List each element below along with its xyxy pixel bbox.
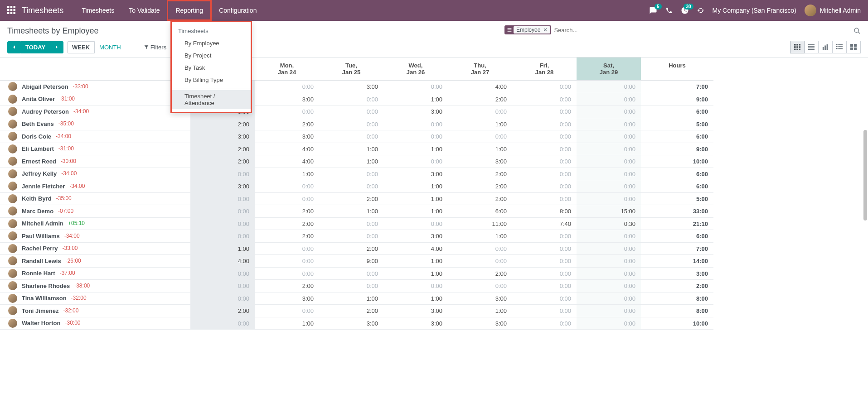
prev-button[interactable] [7,41,21,53]
hours-cell[interactable]: 1:00 [383,93,448,106]
hours-cell[interactable]: 0:00 [383,118,448,131]
view-list-button[interactable] [805,41,819,53]
dropdown-by-employee[interactable]: By Employee [172,37,251,49]
employee-cell[interactable]: Paul Williams-34:00 [0,230,190,243]
hours-cell[interactable]: 0:00 [577,118,641,131]
hours-cell[interactable]: 0:00 [190,317,255,330]
hours-cell[interactable]: 2:00 [255,280,319,292]
hours-cell[interactable]: 0:00 [512,105,577,118]
employee-cell[interactable]: Eli Lambert-31:00 [0,143,190,156]
filters-button[interactable]: Filters [144,44,166,51]
hours-cell[interactable]: 0:00 [577,268,641,280]
company-selector[interactable]: My Company (San Francisco) [713,7,796,14]
hours-cell[interactable]: 0:00 [448,130,512,143]
hours-cell[interactable]: 0:00 [255,193,319,206]
employee-cell[interactable]: Tina Williamson-32:00 [0,292,190,305]
employee-cell[interactable]: Ronnie Hart-37:00 [0,268,190,280]
hours-cell[interactable]: 0:00 [448,280,512,292]
hours-cell[interactable]: 0:00 [512,230,577,243]
today-button[interactable]: TODAY [21,41,50,53]
hours-cell[interactable]: 1:00 [448,230,512,243]
hours-cell[interactable]: 0:00 [190,292,255,305]
hours-cell[interactable]: 0:30 [577,218,641,230]
hours-cell[interactable]: 1:00 [383,143,448,156]
hours-cell[interactable]: 3:00 [448,155,512,168]
hours-cell[interactable]: 0:00 [383,81,448,93]
hours-cell[interactable]: 0:00 [577,193,641,206]
week-button[interactable]: WEEK [67,41,95,53]
hours-cell[interactable]: 0:00 [255,243,319,255]
hours-cell[interactable]: 1:00 [383,292,448,305]
employee-cell[interactable]: Jeffrey Kelly-34:00 [0,168,190,181]
employee-cell[interactable]: Randall Lewis-26:00 [0,255,190,268]
hours-cell[interactable]: 4:00 [383,243,448,255]
employee-cell[interactable]: Jennie Fletcher-34:00 [0,180,190,193]
hours-cell[interactable]: 0:00 [512,280,577,292]
hours-cell[interactable]: 0:00 [577,243,641,255]
app-brand[interactable]: Timesheets [22,6,63,15]
menu-to-validate[interactable]: To Validate [121,0,167,21]
hours-cell[interactable]: 1:00 [448,305,512,317]
hours-cell[interactable]: 0:00 [512,317,577,330]
hours-cell[interactable]: 2:00 [255,118,319,131]
hours-cell[interactable]: 4:00 [448,81,512,93]
hours-cell[interactable]: 2:00 [319,193,383,206]
hours-cell[interactable]: 0:00 [255,180,319,193]
hours-cell[interactable]: 0:00 [577,255,641,268]
view-kanban-button[interactable] [847,41,861,53]
hours-cell[interactable]: 4:00 [255,143,319,156]
hours-cell[interactable]: 3:00 [448,292,512,305]
apps-icon[interactable] [7,6,16,15]
hours-cell[interactable]: 0:00 [190,168,255,181]
hours-cell[interactable]: 0:00 [255,105,319,118]
employee-cell[interactable]: Beth Evans-35:00 [0,118,190,131]
hours-cell[interactable]: 0:00 [577,280,641,292]
hours-cell[interactable]: 2:00 [319,305,383,317]
facet-remove-icon[interactable]: ✕ [543,27,548,33]
hours-cell[interactable]: 3:00 [383,230,448,243]
employee-cell[interactable]: Doris Cole-34:00 [0,130,190,143]
hours-cell[interactable]: 3:00 [383,317,448,330]
hours-cell[interactable]: 0:00 [512,168,577,181]
hours-cell[interactable]: 0:00 [448,243,512,255]
hours-cell[interactable]: 0:00 [512,130,577,143]
hours-cell[interactable]: 2:00 [448,268,512,280]
hours-cell[interactable]: 0:00 [512,81,577,93]
hours-cell[interactable]: 0:00 [512,255,577,268]
employee-cell[interactable]: Marc Demo-07:00 [0,205,190,218]
dropdown-timesheet-attendance[interactable]: Timesheet / Attendance [172,90,251,109]
employee-cell[interactable]: Audrey Peterson-34:00 [0,105,190,118]
hours-cell[interactable]: 2:00 [255,205,319,218]
hours-cell[interactable]: 0:00 [577,180,641,193]
hours-cell[interactable]: 0:00 [255,255,319,268]
hours-cell[interactable]: 0:00 [319,93,383,106]
hours-cell[interactable]: 0:00 [319,268,383,280]
hours-cell[interactable]: 0:00 [577,105,641,118]
scrollbar-vertical[interactable] [863,130,867,220]
hours-cell[interactable]: 2:00 [319,243,383,255]
hours-cell[interactable]: 2:00 [448,193,512,206]
view-grid-button[interactable] [790,41,805,53]
hours-cell[interactable]: 0:00 [577,143,641,156]
hours-cell[interactable]: 3:00 [255,93,319,106]
hours-cell[interactable]: 2:00 [448,168,512,181]
hours-cell[interactable]: 0:00 [577,305,641,317]
grid-wrap[interactable]: Sun,Jan 23Mon,Jan 24Tue,Jan 25Wed,Jan 26… [0,58,868,413]
view-pivot-button[interactable] [833,41,847,53]
hours-cell[interactable]: 0:00 [512,118,577,131]
hours-cell[interactable]: 15:00 [577,205,641,218]
hours-cell[interactable]: 1:00 [319,292,383,305]
hours-cell[interactable]: 0:00 [255,81,319,93]
hours-cell[interactable]: 0:00 [577,93,641,106]
employee-cell[interactable]: Sharlene Rhodes-38:00 [0,280,190,292]
hours-cell[interactable]: 3:00 [190,180,255,193]
hours-cell[interactable]: 3:00 [448,317,512,330]
hours-cell[interactable]: 0:00 [512,268,577,280]
hours-cell[interactable]: 0:00 [190,193,255,206]
employee-cell[interactable]: Walter Horton-30:00 [0,317,190,330]
hours-cell[interactable]: 0:00 [512,180,577,193]
hours-cell[interactable]: 3:00 [255,130,319,143]
hours-cell[interactable]: 4:00 [255,155,319,168]
hours-cell[interactable]: 0:00 [512,143,577,156]
hours-cell[interactable]: 0:00 [512,155,577,168]
